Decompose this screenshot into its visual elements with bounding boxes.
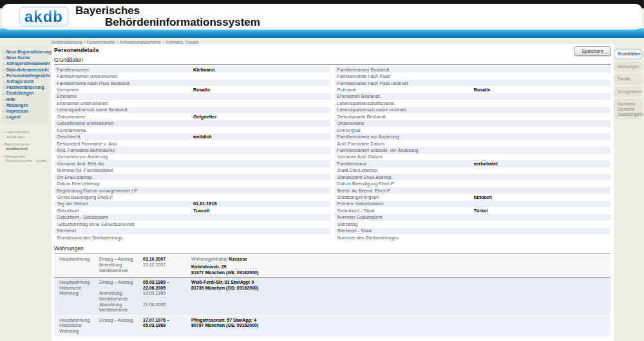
field-label: Ort Ehe/Lebensp. (54, 174, 93, 180)
wohnung-address: Weiß-Ferdl-Str. 31 Stw/App: 081735 Münch… (191, 280, 611, 313)
field-row-familienname-nach-pass-unstrukt: Familienname nach Pass unstrukt. (335, 80, 611, 86)
grunddaten-grid: FamiliennamenKiefmannFamiliennamen unstr… (54, 66, 611, 241)
field-label: Nummer/Az. Familienstand (54, 167, 113, 173)
field-label: Geburtsname (54, 114, 85, 120)
field-row-familienname-nach-pass-bestandt: Familienname nach Pass Bestandt. (54, 80, 330, 86)
date-label: Einzug – Auszug (99, 280, 143, 291)
field-label: Sterbeort - Staat (335, 228, 372, 234)
wohnung-type-label: Historische Wohnung (59, 323, 99, 334)
akdb-logo-text: akdb (24, 8, 63, 25)
sidebar-item-passwortänderung[interactable]: Passwortänderung (3, 84, 48, 90)
field-row-geschlecht: Geschlechtweiblich (54, 133, 330, 140)
date-value: 19.03.1989 (143, 291, 166, 302)
date-line: Anmeldung Meldebehörde19.03.1989 (99, 291, 191, 302)
breadcrumb-item-personensuche[interactable]: Personensuche (87, 40, 115, 44)
field-row-familiennamen-unstrukt-vor-änderung: Familiennamen unstrukt. vor Änderung (335, 147, 611, 153)
wohnung-row: HauptwohnungHistorische WohnungEinzug – … (54, 277, 611, 315)
field-row-vornamen-vor-änderung: Vornamen vor Änderung (54, 154, 330, 160)
tab-grunddaten[interactable]: Grunddaten (614, 49, 642, 59)
field-label: Staat Ehe/Lebensp. (335, 167, 379, 173)
field-row-geburtsort-standesamt: Geburtsort - Standesamt (54, 214, 330, 221)
field-label: Geburtsort (54, 208, 79, 214)
field-row-datum-beendigung-ehe-lp: Datum Beendigung Ehe/LP (335, 180, 611, 187)
breadcrumb-item-regionalisierung[interactable]: Regionalisierung (52, 40, 82, 44)
date-line: Abmeldung Meldebehörde21.06.2005 (99, 302, 191, 313)
sidebar-item-datenlieferantensicht[interactable]: Datenlieferantensicht (3, 67, 48, 73)
field-label: Familienname nach Pass (335, 73, 390, 79)
sidebar-item-neue-suche[interactable]: Neue Suche (3, 55, 48, 60)
sidebar-item-personenabfragesicht[interactable]: Personenabfragesicht (3, 73, 48, 78)
date-label: Abmeldung Meldebehörde (99, 302, 143, 313)
grunddaten-left-column: FamiliennamenKiefmannFamiliennamen unstr… (54, 66, 330, 241)
sidebar-item-einstellungen[interactable]: Einstellungen (3, 90, 48, 96)
field-value: Türkei (474, 208, 488, 214)
wohnung-type-label: Historische Wohnung (59, 286, 99, 297)
field-row-tag-der-geburt: Tag der Geburt01.01.1919 (54, 201, 330, 207)
sidebar-item-label: Impressum (6, 108, 29, 114)
app-header: akdb Bayerisches Behördeninformationssys… (0, 0, 644, 38)
app-title-line1: Bayerisches (75, 5, 260, 17)
field-label: Vornamen (54, 87, 78, 93)
field-label: Geschlecht (54, 134, 80, 140)
field-row-nummer-geburtseintr: Nummer Geburtseintr. (335, 214, 611, 221)
sidebar-item-meldungen[interactable]: Meldungen (3, 102, 48, 108)
wohnung-address: Pfingstrosenstr. 57 Stw/App: 480797 Münc… (191, 318, 611, 335)
field-value: Rosalie (193, 87, 210, 93)
save-button[interactable]: Speichern (574, 46, 611, 56)
date-label: Einzug – Auszug (99, 257, 143, 263)
field-value: Rosalie (474, 87, 491, 93)
login-entry-label: Loginmandant: (1, 130, 52, 134)
breadcrumb-item-kiefmann-rosalie[interactable]: Kiefmann, Rosalie (166, 40, 198, 44)
tab-wohnungen[interactable]: Wohnungen (614, 62, 642, 72)
field-label: Sterbetag (335, 221, 358, 227)
field-label: Geburtsname unstrukturiert (54, 120, 114, 126)
field-label: Standesamt Ehe/Lebensp. (335, 174, 393, 180)
date-value: 05.03.1989 – 22.06.2005 (143, 280, 191, 291)
akdb-logo: akdb (19, 6, 69, 27)
sidebar-item-abfragerollenauswahl[interactable]: Abfragerollenauswahl (3, 60, 48, 66)
wohnung-dates: Einzug – Auszug03.10.2007Anmeldung Melde… (99, 257, 191, 275)
field-label: Tag der Geburt (54, 201, 88, 207)
field-row-familiennamen-vor-änderung: Familiennamen vor Änderung (335, 133, 611, 140)
date-label: Anmeldung Meldebehörde (99, 291, 143, 302)
field-row-familiennamen-unstrukturiert: Familiennamen unstrukturiert (54, 73, 330, 79)
field-label: Familiennamen Bestandt. (335, 67, 391, 73)
field-row-staatsangehörigkeit: Staatsangehörigkeittürkisch (335, 194, 611, 200)
sidebar-item-label: Neue Suche (6, 55, 30, 60)
field-label: Änd. Famname Behörde/Az. (54, 147, 116, 153)
date-label: Anmeldung Meldebehörde (99, 263, 143, 273)
tab-familie[interactable]: Familie (614, 74, 642, 84)
wohnung-type-label: Hauptwohnung (59, 318, 99, 324)
sidebar-item-label: Passwortänderung (6, 84, 44, 90)
field-row-geburtsname-bestandt: Geburtsname Bestandt. (335, 113, 611, 120)
breadcrumb-item-anforderungselemente[interactable]: Anforderungselemente (120, 40, 161, 44)
sidebar-item-label: Meldungen (6, 102, 28, 108)
date-value: 17.07.1976 – 05.03.1989 (143, 318, 191, 329)
field-label: Geburtseintrag ohne Geburtsurkunde (54, 221, 135, 227)
sidebar-item-hilfe[interactable]: Hilfe (3, 97, 48, 102)
login-entry-label: Abfragerolle: (1, 154, 52, 159)
sidebar-item-label: Einstellungen (6, 90, 34, 96)
sidebar-item-logout[interactable]: Logout (3, 114, 48, 120)
field-label: Bestandteil Famname v. Änd. (54, 141, 118, 147)
wohnung-type-label: Hauptwohnung (59, 280, 99, 286)
date-line: Anmeldung Meldebehörde22.12.2007 (99, 263, 191, 273)
field-row-ordensname: Ordensname (335, 120, 611, 127)
tab-zuzugsdaten[interactable]: Zuzugsdaten (614, 87, 642, 97)
field-row-künstlername: Künstlername (54, 127, 330, 133)
address-lines: Kolumbusstr. 2981377 München (GS: 091620… (191, 264, 611, 275)
field-value: Geignetter (193, 114, 217, 120)
field-label: Ordensname (335, 120, 365, 126)
field-label: Datum Beendigung Ehe/LP (335, 181, 394, 187)
field-label: Ehenamen Bestandt. (335, 93, 381, 99)
sidebar-item-neue-regionalisierung[interactable]: Neue Regionalisierung (3, 49, 48, 55)
sidebar-item-impressum[interactable]: Impressum (3, 108, 48, 114)
tab-nachweis-deutsche-staatsangehö[interactable]: Nachweis Deutsche Staatsangehö... (614, 99, 642, 119)
date-line: Einzug – Auszug17.07.1976 – 05.03.1989 (99, 318, 191, 329)
field-row-änd-famname-behörde-az: Änd. Famname Behörde/Az. (54, 147, 330, 153)
login-entry-value: AKDB.NET (1, 135, 52, 140)
login-entry-label: Benutzername: (1, 142, 52, 147)
field-label: Vornamen vor Änderung (54, 154, 108, 160)
field-row-behör-az-beend-ehe-lp: Behör. Az Beend. Ehe/LP (335, 187, 611, 194)
sidebar-item-anfragersicht[interactable]: Anfragersicht (3, 78, 48, 84)
